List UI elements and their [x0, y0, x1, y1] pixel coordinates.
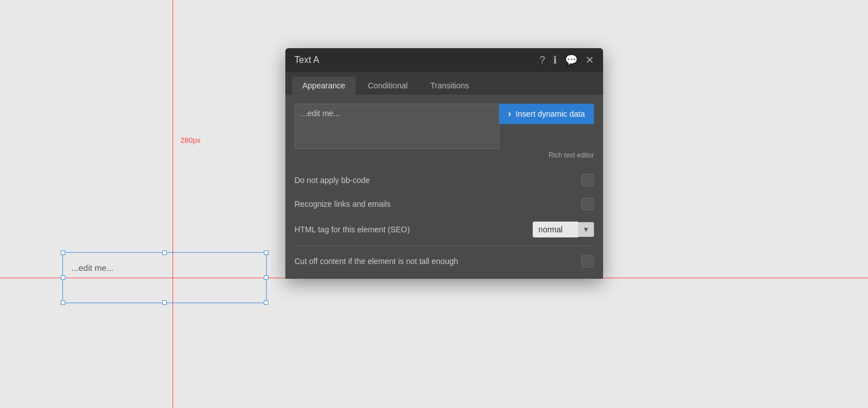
comment-icon[interactable]: 💬 [565, 55, 578, 65]
panel-title: Text A [294, 55, 319, 65]
canvas-text-element[interactable]: ...edit me... [62, 252, 267, 303]
rich-text-editor-link[interactable]: Rich text editor [294, 151, 594, 159]
bb-code-label: Do not apply bb-code [294, 176, 370, 185]
setting-row-html-tag: HTML tag for this element (SEO) normal h… [294, 216, 594, 243]
insert-dynamic-button[interactable]: › Insert dynamic data [499, 104, 595, 124]
handle-top-right[interactable] [264, 250, 268, 255]
dimension-label: 280px [180, 136, 200, 144]
handle-top-middle[interactable] [162, 250, 167, 255]
insert-dynamic-label: Insert dynamic data [516, 109, 585, 118]
editor-content: ...edit me... [301, 109, 340, 118]
bb-code-checkbox[interactable] [582, 174, 594, 186]
text-editor[interactable]: ...edit me... [294, 104, 499, 149]
links-label: Recognize links and emails [294, 199, 391, 209]
cut-off-checkbox[interactable] [582, 255, 594, 267]
select-arrow-icon: ▼ [578, 222, 594, 237]
tab-appearance[interactable]: Appearance [292, 76, 356, 95]
tab-transitions[interactable]: Transitions [420, 76, 479, 95]
setting-row-bb-code: Do not apply bb-code [294, 168, 594, 192]
chevron-right-icon: › [508, 109, 511, 119]
handle-middle-right[interactable] [264, 275, 268, 280]
cut-off-label: Cut off content if the element is not ta… [294, 257, 458, 266]
close-icon[interactable]: ✕ [585, 55, 594, 65]
panel-header-icons: ? ℹ 💬 ✕ [540, 55, 594, 65]
divider [294, 245, 594, 246]
html-tag-label: HTML tag for this element (SEO) [294, 225, 410, 234]
handle-bottom-right[interactable] [264, 300, 268, 305]
tab-conditional[interactable]: Conditional [358, 76, 418, 95]
html-tag-select[interactable]: normal h1 h2 h3 p div span [533, 222, 578, 237]
setting-row-links: Recognize links and emails [294, 192, 594, 216]
handle-top-left[interactable] [61, 250, 65, 255]
guide-vertical-1 [172, 0, 173, 408]
html-tag-select-wrapper: normal h1 h2 h3 p div span ▼ [533, 222, 594, 237]
properties-panel: Text A ? ℹ 💬 ✕ Appearance Conditional Tr… [285, 48, 603, 279]
handle-middle-left[interactable] [61, 275, 65, 280]
panel-body: ...edit me... › Insert dynamic data Rich… [285, 95, 603, 279]
handle-bottom-middle[interactable] [162, 300, 167, 305]
canvas: 280px ...edit me... Text A ? ℹ 💬 ✕ Appe [0, 0, 868, 408]
canvas-element-text: ...edit me... [71, 263, 113, 273]
info-icon[interactable]: ℹ [553, 55, 557, 65]
links-checkbox[interactable] [582, 198, 594, 210]
text-editor-wrapper: ...edit me... › Insert dynamic data [294, 104, 594, 149]
setting-row-cut-off: Cut off content if the element is not ta… [294, 248, 594, 270]
help-icon[interactable]: ? [540, 55, 545, 65]
panel-header: Text A ? ℹ 💬 ✕ [285, 48, 603, 72]
panel-tabs: Appearance Conditional Transitions [285, 72, 603, 95]
handle-bottom-left[interactable] [61, 300, 65, 305]
